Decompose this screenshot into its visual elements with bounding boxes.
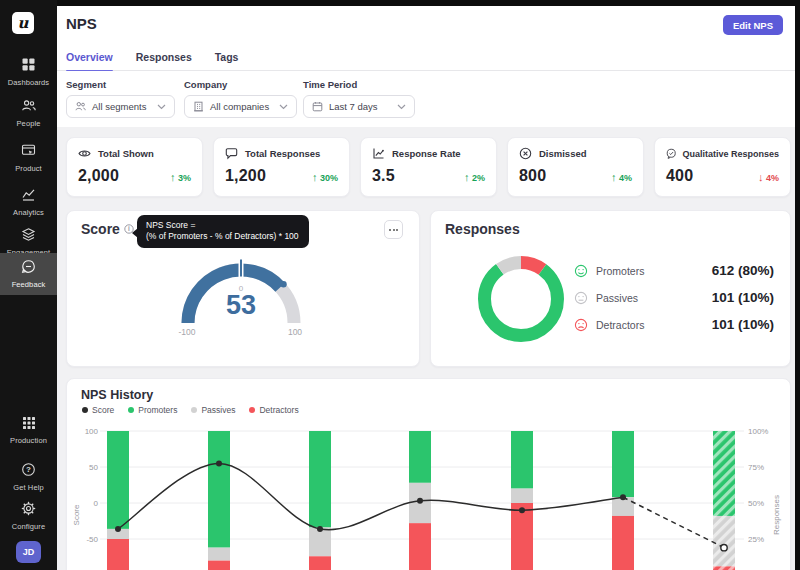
stat-card-total-shown: Total Shown 2,000 ↑ 3% [66,137,203,197]
stat-card-qualitative-responses: Qualitative Responses 400 ↓ 4% [654,137,791,197]
arrow-up-icon: ↑ [312,171,318,183]
sidebar-item-label: Get Help [0,483,57,492]
sidebar-item-configure[interactable]: Configure [0,497,57,537]
page-header: NPS Edit NPS Overview Responses Tags [57,6,795,71]
sidebar-item-label: Dashboards [0,78,57,87]
chevron-down-icon [157,104,166,110]
user-avatar[interactable]: JD [16,541,41,563]
chevron-down-icon [397,104,406,110]
get-help-icon: ? [21,462,36,477]
analytics-icon [21,187,36,202]
dashboards-icon [21,57,36,72]
neutral-face-icon [574,291,588,305]
stat-value: 2,000 [78,167,119,185]
legend-label: Passives [596,292,712,304]
stat-delta: ↓ 4% [758,171,779,183]
card-menu-button[interactable] [384,220,403,239]
sidebar-item-label: Product [0,164,57,173]
segment-users-icon [75,101,86,112]
tooltip-line-1: NPS Score = [146,220,300,231]
svg-text:50: 50 [89,463,98,472]
svg-text:75%: 75% [748,463,764,472]
nps-history-legend: Score Promoters Passives Detractors [82,405,299,415]
time-period-value: Last 7 days [329,101,391,112]
svg-text:100: 100 [85,427,99,436]
tooltip-line-2: (% of Promoters - % of Detractors) * 100 [146,231,300,242]
nps-history-title: NPS History [81,388,153,402]
stat-label: Dismissed [539,148,587,159]
sidebar-item-get-help[interactable]: ? Get Help [0,458,57,498]
company-dropdown[interactable]: All companies [184,95,297,118]
dashboard-content: Total Shown 2,000 ↑ 3% Total Responses 1… [57,127,795,570]
svg-text:100: 100 [288,327,302,337]
configure-icon [21,501,36,516]
stat-card-total-responses: Total Responses 1,200 ↑ 30% [213,137,350,197]
stat-delta: ↑ 2% [464,171,485,183]
stat-value: 1,200 [225,167,266,185]
arrow-down-icon: ↓ [758,171,764,183]
sidebar-item-label: Analytics [0,208,57,217]
time-period-filter-label: Time Period [303,79,415,90]
stat-card-dismissed: Dismissed 800 ↑ 4% [507,137,644,197]
time-period-dropdown[interactable]: Last 7 days [303,95,415,118]
legend-value: 101 (10%) [712,317,774,332]
arrow-up-icon: ↑ [611,171,617,183]
segment-dropdown[interactable]: All segments [66,95,175,118]
feedback-icon [21,259,36,274]
svg-text:?: ? [26,465,31,474]
responses-card: Responses Promoters 612 (80%) [430,210,791,367]
company-filter-label: Company [184,79,297,90]
engagement-icon [21,227,36,242]
svg-text:25%: 25% [748,535,764,544]
nps-history-chart: 100500-50-100100%75%50%25%ScoreResponses [67,419,792,570]
sidebar-item-label: Production [0,436,57,445]
svg-text:-100: -100 [178,327,195,337]
sidebar-item-feedback[interactable]: Feedback [0,253,57,295]
stat-label: Total Shown [98,148,154,159]
svg-text:i: i [128,225,130,232]
svg-text:100%: 100% [748,427,768,436]
sidebar-item-dashboards[interactable]: Dashboards [0,53,57,93]
promoters-dot [128,407,134,413]
tab-bar: Overview Responses Tags [66,51,238,72]
score-card: Score i NPS Score = (% of Promoters - % … [66,210,420,367]
sidebar-item-production[interactable]: Production [0,412,57,452]
stat-delta: ↑ 3% [170,171,191,183]
svg-text:Score: Score [72,504,81,525]
score-dot [82,407,88,413]
sidebar-item-label: Configure [0,522,57,531]
sidebar-item-analytics[interactable]: Analytics [0,183,57,223]
tab-tags[interactable]: Tags [215,51,239,72]
chevron-down-icon [279,104,288,110]
stat-value: 400 [666,167,693,185]
stat-value: 800 [519,167,546,185]
chat-icon [225,147,238,160]
svg-text:0: 0 [94,499,99,508]
arrow-up-icon: ↑ [464,171,470,183]
legend-label: Promoters [596,265,712,277]
stat-delta: ↑ 4% [611,171,632,183]
svg-text:50%: 50% [748,499,764,508]
segment-filter-label: Segment [66,79,175,90]
tab-responses[interactable]: Responses [136,51,192,72]
legend-row-promoters: Promoters 612 (80%) [574,257,774,284]
sidebar-item-product[interactable]: Product [0,139,57,179]
legend-item-score: Score [82,405,114,415]
company-value: All companies [210,101,273,112]
edit-nps-button[interactable]: Edit NPS [723,15,783,35]
userpilot-logo[interactable]: u [12,12,34,34]
qualitative-chat-icon [666,147,676,160]
passives-dot [191,407,197,413]
legend-row-detractors: Detractors 101 (10%) [574,311,774,338]
filter-bar: Segment All segments Company [57,71,795,127]
rate-chart-icon [372,147,385,160]
company-filter: Company All companies [184,79,297,118]
sidebar-item-people[interactable]: People [0,94,57,134]
calendar-icon [312,101,323,112]
company-building-icon [193,101,204,112]
svg-text:-50: -50 [86,535,98,544]
responses-donut [477,255,565,347]
tab-overview[interactable]: Overview [66,51,113,72]
detractors-dot [249,407,255,413]
stat-label: Total Responses [245,148,320,159]
